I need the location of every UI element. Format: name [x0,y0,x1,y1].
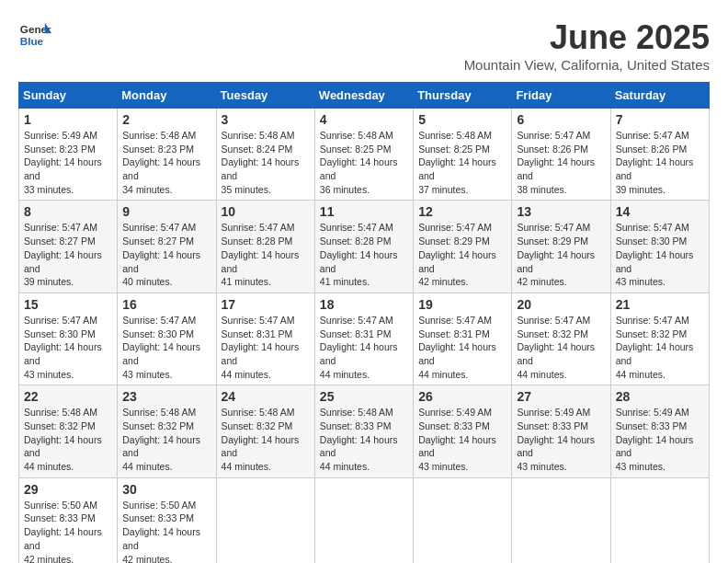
calendar-header-wednesday: Wednesday [314,83,413,109]
calendar-cell: 9Sunrise: 5:47 AMSunset: 8:27 PMDaylight… [118,201,216,293]
day-info: Sunrise: 5:47 AMSunset: 8:29 PMDaylight:… [418,221,506,288]
calendar-cell: 8Sunrise: 5:47 AMSunset: 8:27 PMDaylight… [19,201,118,293]
day-info: Sunrise: 5:48 AMSunset: 8:32 PMDaylight:… [222,406,310,473]
day-number: 11 [320,204,408,219]
calendar-header-monday: Monday [118,83,216,109]
calendar-cell [216,477,314,563]
calendar-cell: 7Sunrise: 5:47 AMSunset: 8:26 PMDaylight… [610,109,709,201]
calendar-cell [414,477,512,563]
calendar-cell: 30Sunrise: 5:50 AMSunset: 8:33 PMDayligh… [118,477,216,563]
calendar-cell: 23Sunrise: 5:48 AMSunset: 8:32 PMDayligh… [118,385,216,477]
logo: General Blue [18,18,55,52]
calendar-cell: 11Sunrise: 5:47 AMSunset: 8:28 PMDayligh… [314,201,413,293]
calendar-week-row: 8Sunrise: 5:47 AMSunset: 8:27 PMDaylight… [19,201,710,293]
calendar-week-row: 22Sunrise: 5:48 AMSunset: 8:32 PMDayligh… [19,385,710,477]
calendar-cell: 15Sunrise: 5:47 AMSunset: 8:30 PMDayligh… [19,293,118,385]
calendar-cell: 20Sunrise: 5:47 AMSunset: 8:32 PMDayligh… [512,293,610,385]
calendar-cell: 26Sunrise: 5:49 AMSunset: 8:33 PMDayligh… [414,385,512,477]
day-info: Sunrise: 5:47 AMSunset: 8:32 PMDaylight:… [616,314,704,381]
day-info: Sunrise: 5:48 AMSunset: 8:24 PMDaylight:… [222,129,310,196]
day-info: Sunrise: 5:48 AMSunset: 8:32 PMDaylight:… [24,406,112,473]
day-number: 17 [222,297,310,312]
day-info: Sunrise: 5:47 AMSunset: 8:30 PMDaylight:… [122,314,210,381]
calendar-header-friday: Friday [512,83,610,109]
calendar-cell: 4Sunrise: 5:48 AMSunset: 8:25 PMDaylight… [314,109,413,201]
day-info: Sunrise: 5:47 AMSunset: 8:27 PMDaylight:… [122,221,210,288]
day-info: Sunrise: 5:49 AMSunset: 8:23 PMDaylight:… [24,129,112,196]
day-info: Sunrise: 5:49 AMSunset: 8:33 PMDaylight:… [418,406,506,473]
day-number: 21 [616,297,704,312]
day-number: 5 [418,112,506,127]
day-number: 1 [24,112,112,127]
calendar-cell: 10Sunrise: 5:47 AMSunset: 8:28 PMDayligh… [216,201,314,293]
calendar-cell: 6Sunrise: 5:47 AMSunset: 8:26 PMDaylight… [512,109,610,201]
day-number: 8 [24,204,112,219]
calendar-cell [610,477,709,563]
calendar-table: SundayMondayTuesdayWednesdayThursdayFrid… [18,82,710,563]
day-number: 28 [616,389,704,404]
day-number: 12 [418,204,506,219]
logo-icon: General Blue [18,18,51,52]
day-number: 7 [616,112,704,127]
calendar-cell: 3Sunrise: 5:48 AMSunset: 8:24 PMDaylight… [216,109,314,201]
calendar-week-row: 1Sunrise: 5:49 AMSunset: 8:23 PMDaylight… [19,109,710,201]
title-area: June 2025 Mountain View, California, Uni… [464,18,710,73]
calendar-cell: 13Sunrise: 5:47 AMSunset: 8:29 PMDayligh… [512,201,610,293]
calendar-cell: 22Sunrise: 5:48 AMSunset: 8:32 PMDayligh… [19,385,118,477]
calendar-cell: 12Sunrise: 5:47 AMSunset: 8:29 PMDayligh… [414,201,512,293]
day-number: 10 [222,204,310,219]
day-info: Sunrise: 5:48 AMSunset: 8:32 PMDaylight:… [122,406,210,473]
calendar-cell: 19Sunrise: 5:47 AMSunset: 8:31 PMDayligh… [414,293,512,385]
calendar-cell: 27Sunrise: 5:49 AMSunset: 8:33 PMDayligh… [512,385,610,477]
calendar-header-thursday: Thursday [414,83,512,109]
day-number: 15 [24,297,112,312]
calendar-week-row: 29Sunrise: 5:50 AMSunset: 8:33 PMDayligh… [19,477,710,563]
subtitle: Mountain View, California, United States [464,57,710,73]
day-number: 9 [122,204,210,219]
day-info: Sunrise: 5:47 AMSunset: 8:29 PMDaylight:… [517,221,605,288]
day-info: Sunrise: 5:47 AMSunset: 8:28 PMDaylight:… [320,221,408,288]
day-info: Sunrise: 5:47 AMSunset: 8:31 PMDaylight:… [418,314,506,381]
day-number: 6 [517,112,605,127]
day-info: Sunrise: 5:47 AMSunset: 8:30 PMDaylight:… [24,314,112,381]
calendar-cell: 14Sunrise: 5:47 AMSunset: 8:30 PMDayligh… [610,201,709,293]
day-number: 3 [222,112,310,127]
day-number: 30 [122,482,210,497]
day-info: Sunrise: 5:47 AMSunset: 8:27 PMDaylight:… [24,221,112,288]
day-number: 24 [222,389,310,404]
calendar-cell: 21Sunrise: 5:47 AMSunset: 8:32 PMDayligh… [610,293,709,385]
calendar-cell: 2Sunrise: 5:48 AMSunset: 8:23 PMDaylight… [118,109,216,201]
calendar-cell [314,477,413,563]
day-number: 27 [517,389,605,404]
main-title: June 2025 [464,18,710,57]
page-header: General Blue June 2025 Mountain View, Ca… [18,18,710,73]
calendar-cell: 1Sunrise: 5:49 AMSunset: 8:23 PMDaylight… [19,109,118,201]
day-info: Sunrise: 5:48 AMSunset: 8:23 PMDaylight:… [122,129,210,196]
calendar-cell: 24Sunrise: 5:48 AMSunset: 8:32 PMDayligh… [216,385,314,477]
day-info: Sunrise: 5:47 AMSunset: 8:31 PMDaylight:… [320,314,408,381]
svg-text:Blue: Blue [20,35,44,47]
calendar-cell: 16Sunrise: 5:47 AMSunset: 8:30 PMDayligh… [118,293,216,385]
calendar-cell: 29Sunrise: 5:50 AMSunset: 8:33 PMDayligh… [19,477,118,563]
day-info: Sunrise: 5:47 AMSunset: 8:26 PMDaylight:… [616,129,704,196]
day-number: 29 [24,482,112,497]
calendar-cell: 18Sunrise: 5:47 AMSunset: 8:31 PMDayligh… [314,293,413,385]
day-number: 25 [320,389,408,404]
day-number: 26 [418,389,506,404]
day-number: 23 [122,389,210,404]
calendar-header-tuesday: Tuesday [216,83,314,109]
calendar-cell: 17Sunrise: 5:47 AMSunset: 8:31 PMDayligh… [216,293,314,385]
day-info: Sunrise: 5:47 AMSunset: 8:32 PMDaylight:… [517,314,605,381]
day-info: Sunrise: 5:49 AMSunset: 8:33 PMDaylight:… [616,406,704,473]
day-number: 13 [517,204,605,219]
day-info: Sunrise: 5:47 AMSunset: 8:26 PMDaylight:… [517,129,605,196]
day-info: Sunrise: 5:48 AMSunset: 8:25 PMDaylight:… [418,129,506,196]
calendar-cell: 28Sunrise: 5:49 AMSunset: 8:33 PMDayligh… [610,385,709,477]
day-number: 18 [320,297,408,312]
day-info: Sunrise: 5:47 AMSunset: 8:31 PMDaylight:… [222,314,310,381]
calendar-cell [512,477,610,563]
day-number: 14 [616,204,704,219]
day-number: 16 [122,297,210,312]
day-info: Sunrise: 5:48 AMSunset: 8:33 PMDaylight:… [320,406,408,473]
day-info: Sunrise: 5:50 AMSunset: 8:33 PMDaylight:… [122,499,210,563]
